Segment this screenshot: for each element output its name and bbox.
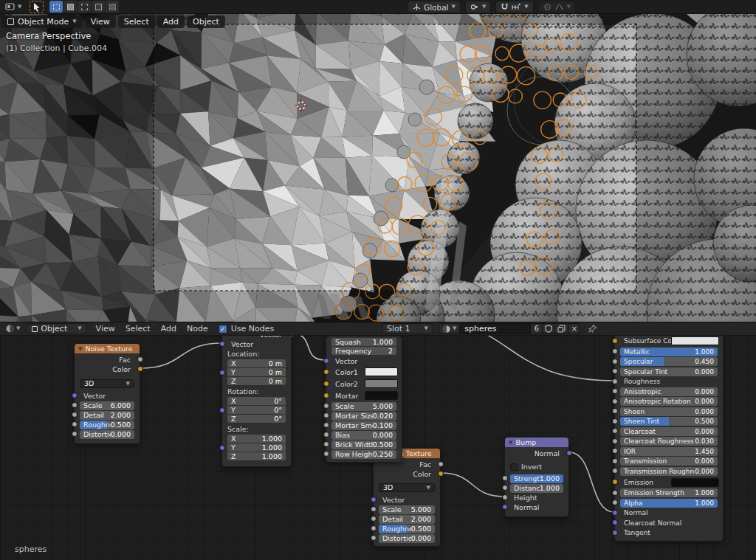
slider-detail[interactable]: Detail2.000 bbox=[80, 411, 134, 420]
menu-node[interactable]: Node bbox=[187, 324, 208, 333]
unlink-material-button[interactable]: × bbox=[568, 323, 580, 334]
input-socket-vector[interactable] bbox=[72, 393, 78, 398]
slider-sheen[interactable]: Sheen0.000 bbox=[620, 407, 718, 416]
input-socket-emission[interactable] bbox=[612, 479, 618, 485]
color-swatch[interactable] bbox=[365, 379, 398, 388]
output-socket-fac[interactable] bbox=[137, 356, 143, 362]
input-socket-anisotropic[interactable] bbox=[612, 388, 618, 394]
slider-transmission[interactable]: Transmission0.000 bbox=[620, 457, 718, 466]
color-swatch[interactable] bbox=[365, 367, 398, 376]
input-socket-vector[interactable] bbox=[219, 341, 225, 347]
input-socket-roughness[interactable] bbox=[612, 378, 618, 384]
node-brick-texture[interactable]: Squash1.000Frequency2VectorColor1Color2M… bbox=[326, 336, 402, 463]
input-socket-clearcoat[interactable] bbox=[612, 428, 618, 434]
input-socket-group[interactable] bbox=[219, 370, 225, 376]
input-socket-mortar-smooth[interactable] bbox=[323, 422, 329, 428]
input-socket-detail[interactable] bbox=[72, 412, 78, 418]
node-mapping[interactable]: ▼MappingVectorVectorLocation:X0 mY0 mZ0 … bbox=[221, 336, 292, 467]
input-socket-transmission[interactable] bbox=[612, 458, 618, 464]
input-socket-tangent[interactable] bbox=[612, 530, 618, 536]
menu-view[interactable]: View bbox=[85, 15, 116, 28]
select-mode-set-button[interactable] bbox=[49, 1, 63, 13]
input-socket-scale[interactable] bbox=[72, 402, 78, 408]
slider-strength[interactable]: Strength1.000 bbox=[510, 474, 563, 483]
input-socket-ior[interactable] bbox=[612, 448, 618, 454]
input-socket-normal[interactable] bbox=[612, 510, 618, 516]
select-mode-invert-button[interactable] bbox=[92, 1, 105, 13]
slider-anisotropic-rotation[interactable]: Anisotropic Rotation0.000 bbox=[620, 397, 718, 406]
input-socket-emission-strength[interactable] bbox=[612, 490, 618, 496]
input-socket-subsurface-color[interactable] bbox=[612, 338, 618, 344]
input-socket-brick-width[interactable] bbox=[323, 441, 329, 447]
slider-distortion[interactable]: Distortion0.000 bbox=[80, 430, 134, 439]
slider-metallic[interactable]: Metallic1.000 bbox=[620, 348, 718, 356]
active-tool-button[interactable] bbox=[30, 1, 44, 13]
color-swatch[interactable] bbox=[671, 478, 719, 487]
input-socket-sheen-tint[interactable] bbox=[612, 418, 618, 424]
slot-dropdown[interactable]: Slot 1 ▼ bbox=[382, 323, 433, 334]
input-socket-scale[interactable] bbox=[371, 506, 377, 512]
input-socket-mortar[interactable] bbox=[323, 393, 329, 398]
slider-roughness[interactable]: Roughness0.500 bbox=[379, 525, 435, 533]
input-socket-mortar-size[interactable] bbox=[323, 412, 329, 418]
new-material-button[interactable] bbox=[555, 323, 568, 334]
input-socket-bias[interactable] bbox=[323, 432, 329, 438]
pin-button[interactable] bbox=[588, 324, 597, 333]
input-socket-specular[interactable] bbox=[612, 359, 618, 364]
input-socket-row-height[interactable] bbox=[323, 451, 329, 457]
slider-brick-width[interactable]: Brick Width0.500 bbox=[331, 440, 396, 449]
input-socket-clearcoat-roughness[interactable] bbox=[612, 438, 618, 444]
input-socket-distortion[interactable] bbox=[72, 431, 78, 437]
mode-dropdown[interactable]: Object Mode ▼ bbox=[1, 15, 83, 28]
field-z[interactable]: Z0° bbox=[227, 415, 286, 423]
input-socket-anisotropic-rotation[interactable] bbox=[612, 398, 618, 404]
input-socket-group[interactable] bbox=[219, 407, 225, 413]
viewport-3d[interactable]: ▼ Global ▼ ▼ bbox=[0, 0, 756, 322]
slider-mortar-smooth[interactable]: Mortar Smooth0.100 bbox=[331, 421, 396, 430]
slider-mortar-size[interactable]: Mortar Size0.020 bbox=[331, 412, 396, 421]
browse-material-button[interactable]: ▼ bbox=[439, 323, 460, 334]
input-socket-vector[interactable] bbox=[323, 358, 329, 364]
input-socket-color2[interactable] bbox=[323, 381, 329, 387]
slider-clearcoat-roughness[interactable]: Clearcoat Roughness0.030 bbox=[620, 437, 718, 446]
output-socket-normal[interactable] bbox=[566, 450, 572, 456]
input-socket-normal[interactable] bbox=[502, 504, 508, 510]
color-swatch[interactable] bbox=[365, 391, 398, 400]
menu-object[interactable]: Object bbox=[187, 15, 225, 28]
node-bump[interactable]: ▼BumpNormalInvertStrength1.000Distance1.… bbox=[504, 437, 569, 517]
input-socket-metallic[interactable] bbox=[612, 348, 618, 354]
output-socket-fac[interactable] bbox=[438, 461, 444, 467]
slider-clearcoat[interactable]: Clearcoat0.000 bbox=[620, 427, 718, 436]
slider-specular-tint[interactable]: Specular Tint0.000 bbox=[620, 367, 718, 376]
field-z[interactable]: Z0 m bbox=[227, 377, 286, 385]
input-socket-vector[interactable] bbox=[371, 497, 377, 502]
input-socket-color1[interactable] bbox=[323, 369, 329, 375]
slider-bias[interactable]: Bias0.000 bbox=[331, 431, 396, 440]
fake-user-button[interactable] bbox=[543, 323, 555, 334]
slider-anisotropic[interactable]: Anisotropic0.000 bbox=[620, 387, 718, 396]
collapse-icon[interactable]: ▼ bbox=[509, 440, 512, 446]
field-y[interactable]: Y1.000 bbox=[227, 443, 286, 452]
input-socket-detail[interactable] bbox=[371, 516, 377, 522]
node-header-bump[interactable]: ▼Bump bbox=[505, 438, 568, 447]
editor-type-button[interactable]: ▼ bbox=[3, 1, 24, 13]
menu-select[interactable]: Select bbox=[126, 324, 151, 333]
pivot-point-dropdown[interactable]: ▼ bbox=[465, 1, 491, 13]
output-socket-color[interactable] bbox=[137, 366, 143, 372]
slider-scale[interactable]: Scale5.000 bbox=[331, 402, 396, 411]
node-noise-texture-1[interactable]: ▼Noise TextureFacColor3D▼VectorScale6.00… bbox=[74, 343, 140, 444]
menu-add[interactable]: Add bbox=[161, 324, 176, 333]
field-squash[interactable]: Squash1.000 bbox=[331, 338, 396, 346]
input-socket-clearcoat-normal[interactable] bbox=[612, 519, 618, 525]
dropdown-3d[interactable]: 3D▼ bbox=[379, 483, 435, 492]
slider-emission-strength[interactable]: Emission Strength1.000 bbox=[620, 488, 718, 497]
field-frequency[interactable]: Frequency2 bbox=[331, 347, 396, 355]
field-z[interactable]: Z1.000 bbox=[227, 452, 286, 460]
slider-specular[interactable]: Specular0.450 bbox=[620, 357, 718, 366]
slider-scale[interactable]: Scale6.000 bbox=[80, 401, 134, 410]
use-nodes-toggle[interactable]: ✓ Use Nodes bbox=[219, 324, 275, 333]
input-socket-height[interactable] bbox=[502, 494, 508, 500]
field-y[interactable]: Y0° bbox=[227, 406, 286, 414]
slider-alpha[interactable]: Alpha1.000 bbox=[620, 499, 718, 508]
input-socket-distance[interactable] bbox=[502, 485, 508, 491]
